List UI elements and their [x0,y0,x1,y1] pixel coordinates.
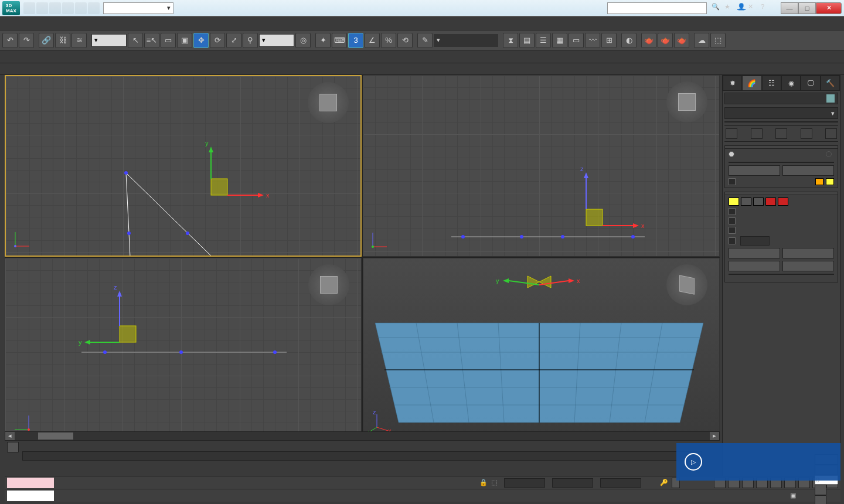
window-maximize[interactable]: □ [798,2,816,14]
maxscript-mini[interactable] [7,491,54,501]
select-move-button[interactable]: ✥ [193,33,209,48]
qat-save-icon[interactable] [49,2,61,14]
track-bar[interactable] [5,441,720,463]
tab-motion[interactable]: ◉ [781,76,801,91]
time-ruler[interactable] [22,451,702,461]
selection-filter-dropdown[interactable]: ▾ [91,34,127,47]
comm-center-icon[interactable]: ★ [724,3,735,13]
tab-create[interactable]: ✹ [723,76,742,91]
time-scroll[interactable]: ◂ ▸ [5,431,720,441]
time-thumb[interactable] [38,433,73,440]
curve-editor-button[interactable]: 〰 [585,33,600,48]
schematic-view-button[interactable]: ⊞ [601,33,617,48]
vp-nav5[interactable] [815,495,826,505]
manipulate-button[interactable]: ✦ [315,33,331,48]
use-stack-sel-check[interactable] [729,208,834,215]
edit-named-sel-button[interactable]: ✎ [417,33,433,48]
qat-project-icon[interactable] [88,2,100,14]
configure-sets-button[interactable] [825,128,837,139]
select-by-name-button[interactable]: ≡↖ [144,33,159,48]
bind-spacewarp-button[interactable]: ≋ [72,33,87,48]
qat-undo-icon[interactable] [62,2,74,14]
so-edge-button[interactable] [741,197,751,206]
viewport-perspective[interactable]: x y zxy [363,258,720,440]
signed-in-user[interactable]: 👤 [737,3,746,13]
select-scale-button[interactable]: ⤢ [226,33,241,48]
remove-modifier-button[interactable] [801,128,812,139]
app-logo[interactable]: 3DMAX [2,1,20,15]
render-online-button[interactable]: ☁ [694,33,709,48]
key-icon[interactable]: 🔑 [660,479,668,486]
modifier-list-dropdown[interactable]: ▾ [724,107,838,119]
window-crossing-button[interactable]: ▣ [177,33,192,48]
layers-button[interactable]: ☰ [536,33,551,48]
time-config-button[interactable] [815,485,826,495]
maxscript-listener[interactable] [7,478,54,488]
scroll-right-icon[interactable]: ▸ [710,432,719,440]
so-vertex-button[interactable] [729,197,739,206]
viewport-top[interactable]: x y [5,75,362,257]
commit-button[interactable] [729,162,834,163]
y-coord-field[interactable] [552,478,593,488]
link-button[interactable]: 🔗 [39,33,54,48]
qat-redo-icon[interactable] [75,2,87,14]
ribbon-toggle-button[interactable]: ▭ [569,33,584,48]
align-button[interactable]: ▤ [519,33,535,48]
angle-snap-button[interactable]: ∠ [365,33,380,48]
keyboard-shortcut-button[interactable]: ⌨ [332,33,347,48]
make-unique-button[interactable] [775,128,787,139]
help-icon[interactable]: ? [761,3,771,13]
get-stack-sel-button[interactable] [729,274,834,275]
so-element-button[interactable] [778,197,788,206]
viewport-front[interactable]: x z [363,75,720,257]
select-object-button[interactable]: ↖ [128,33,143,48]
mirror-button[interactable]: ⧗ [503,33,518,48]
tab-hierarchy[interactable]: ☷ [762,76,781,91]
tab-display[interactable]: 🖵 [801,76,820,91]
grow-button[interactable] [782,248,834,258]
render-production-button[interactable]: 🫖 [674,33,689,48]
window-minimize[interactable]: — [781,2,798,14]
layer-explorer-button[interactable]: ▦ [552,33,567,48]
undo-button[interactable]: ↶ [2,33,18,48]
scroll-left-icon[interactable]: ◂ [5,432,15,440]
ref-coord-dropdown[interactable]: ▾ [259,34,294,47]
redo-button[interactable]: ↷ [19,33,34,48]
exchange-icon[interactable]: ✕ [748,3,758,13]
tab-utilities[interactable]: 🔨 [821,76,840,91]
unlink-button[interactable]: ⛓ [55,33,70,48]
isolate-icon[interactable]: ⬚ [491,479,497,486]
pin-stack-button[interactable] [726,128,737,139]
snap-toggle-button[interactable]: 3 [348,33,363,48]
so-border-button[interactable] [753,197,764,206]
open-a360-button[interactable]: ⬚ [710,33,726,48]
shrink-button[interactable] [729,248,780,258]
show-end-result-button[interactable] [751,128,763,139]
by-vertex-check[interactable] [729,217,834,224]
lock-icon[interactable]: 🔒 [479,479,488,486]
search-go-icon[interactable]: 🔍 [712,3,722,13]
ring-button[interactable] [729,261,780,271]
select-place-button[interactable]: ⚲ [243,33,258,48]
mini-curve-editor-button[interactable] [7,442,19,452]
ignore-back-check[interactable] [729,227,834,234]
percent-snap-button[interactable]: % [381,33,396,48]
render-frame-button[interactable]: 🫖 [658,33,673,48]
timetag-icon[interactable]: ▣ [790,492,796,499]
material-editor-button[interactable]: ◐ [621,33,637,48]
modifier-stack[interactable] [724,121,838,122]
viewport-left[interactable]: y z [5,258,362,440]
settings-button[interactable] [729,165,780,176]
loop-button[interactable] [782,261,834,271]
so-poly-button[interactable] [765,197,776,206]
named-selection-dropdown[interactable]: ▾ [434,34,498,47]
spinner-snap-button[interactable]: ⟲ [397,33,413,48]
by-angle-check[interactable] [729,236,834,246]
pivot-center-button[interactable]: ◎ [295,33,311,48]
render-setup-button[interactable]: 🫖 [641,33,656,48]
tab-modify[interactable]: 🌈 [742,76,761,91]
qat-new-icon[interactable] [23,2,35,14]
z-coord-field[interactable] [600,478,641,488]
qat-open-icon[interactable] [36,2,48,14]
object-name-field[interactable] [724,93,838,104]
